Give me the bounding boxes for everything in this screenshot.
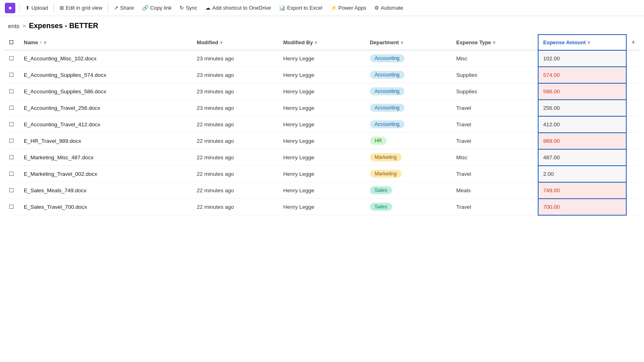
- file-name-cell[interactable]: E_Accounting_Travel_412.docx: [19, 116, 192, 133]
- checkbox-icon: ☐: [9, 56, 14, 62]
- automate-icon: ⚙: [374, 5, 379, 11]
- department-cell: Marketing: [365, 149, 452, 166]
- sync-button[interactable]: ↻ Sync: [176, 3, 200, 12]
- department-badge: Accounting: [370, 104, 405, 112]
- row-checkbox[interactable]: ☐: [4, 166, 19, 182]
- edit-grid-button[interactable]: ⊞ Edit in grid view: [56, 3, 105, 12]
- checkbox-icon: ☐: [9, 171, 14, 177]
- add-col-cell: [626, 133, 640, 149]
- modified-cell: 23 minutes ago: [192, 100, 279, 116]
- expense-amount-cell: 989.00: [538, 133, 626, 149]
- row-checkbox[interactable]: ☐: [4, 67, 19, 83]
- copy-link-button[interactable]: 🔗 Copy link: [139, 3, 175, 12]
- file-name-cell[interactable]: E_Sales_Meals_749.docx: [19, 182, 192, 199]
- file-name-cell[interactable]: E_Marketing_Misc_487.docx: [19, 149, 192, 166]
- expense-type-filter-icon[interactable]: ∨: [493, 40, 495, 45]
- upload-button[interactable]: ⬆ Upload: [22, 3, 51, 12]
- department-badge: Accounting: [370, 120, 405, 128]
- col-header-department[interactable]: Department ∨: [365, 35, 452, 50]
- col-header-expense-amount[interactable]: Expense Amount ∨: [538, 35, 626, 50]
- file-name-cell[interactable]: E_HR_Travel_989.docx: [19, 133, 192, 149]
- modified-by-cell: Henry Legge: [279, 83, 365, 100]
- expense-amount-cell: 700.00: [538, 199, 626, 215]
- table-row[interactable]: ☐E_Sales_Travel_700.docx22 minutes agoHe…: [4, 199, 640, 215]
- power-apps-button[interactable]: ⚡ Power Apps: [327, 3, 369, 12]
- expense-amount-cell: 2.00: [538, 166, 626, 182]
- department-cell: Accounting: [365, 100, 452, 116]
- table-row[interactable]: ☐E_Sales_Meals_749.docx22 minutes agoHen…: [4, 182, 640, 199]
- upload-icon: ⬆: [25, 5, 30, 11]
- add-column-button[interactable]: +: [626, 35, 640, 50]
- file-name-cell[interactable]: E_Accounting_Travel_256.docx: [19, 100, 192, 116]
- table-row[interactable]: ☐E_HR_Travel_989.docx22 minutes agoHenry…: [4, 133, 640, 149]
- header-checkbox-icon: ☐: [9, 39, 14, 45]
- row-checkbox[interactable]: ☐: [4, 149, 19, 166]
- expense-amount-filter-icon[interactable]: ∨: [587, 40, 590, 45]
- department-badge: Accounting: [370, 71, 405, 79]
- toolbar-divider-3: [108, 4, 108, 12]
- add-col-cell: [626, 149, 640, 166]
- expense-type-cell: Travel: [452, 133, 538, 149]
- expense-type-cell: Travel: [452, 100, 538, 116]
- department-cell: Accounting: [365, 67, 452, 83]
- department-cell: Accounting: [365, 116, 452, 133]
- department-badge: Sales: [370, 203, 392, 211]
- row-checkbox[interactable]: ☐: [4, 199, 19, 215]
- modified-cell: 23 minutes ago: [192, 50, 279, 67]
- col-header-modified-by[interactable]: Modified By ∨: [279, 35, 365, 50]
- name-filter-icon[interactable]: ∨: [43, 40, 46, 45]
- modified-by-filter-icon[interactable]: ∨: [314, 40, 317, 45]
- col-header-expense-type[interactable]: Expense Type ∨: [452, 35, 538, 50]
- col-header-modified[interactable]: Modified ∨: [192, 35, 279, 50]
- modified-by-cell: Henry Legge: [279, 100, 365, 116]
- table-row[interactable]: ☐E_Accounting_Travel_256.docx23 minutes …: [4, 100, 640, 116]
- table-row[interactable]: ☐E_Accounting_Travel_412.docx22 minutes …: [4, 116, 640, 133]
- table-row[interactable]: ☐E_Marketing_Travel_002.docx22 minutes a…: [4, 166, 640, 182]
- export-excel-button[interactable]: 📊 Export to Excel: [276, 3, 325, 12]
- file-name-cell[interactable]: E_Sales_Travel_700.docx: [19, 199, 192, 215]
- table-row[interactable]: ☐E_Accounting_Misc_102.docx23 minutes ag…: [4, 50, 640, 67]
- onedrive-icon: ☁: [205, 5, 211, 11]
- department-badge: Accounting: [370, 87, 405, 95]
- checkbox-icon: ☐: [9, 88, 14, 95]
- department-badge: Accounting: [370, 54, 405, 62]
- automate-button[interactable]: ⚙ Automate: [371, 3, 407, 12]
- department-cell: Sales: [365, 199, 452, 215]
- toolbar-divider-2: [54, 4, 54, 12]
- expense-type-cell: Supplies: [452, 67, 538, 83]
- add-col-cell: [626, 83, 640, 100]
- row-checkbox[interactable]: ☐: [4, 182, 19, 199]
- modified-cell: 23 minutes ago: [192, 83, 279, 100]
- share-button[interactable]: ↗ Share: [111, 3, 137, 12]
- row-checkbox[interactable]: ☐: [4, 116, 19, 133]
- app-icon: ■: [5, 3, 15, 13]
- col-header-name[interactable]: Name ↑ ∨: [19, 35, 192, 50]
- file-name-cell[interactable]: E_Marketing_Travel_002.docx: [19, 166, 192, 182]
- file-name-cell[interactable]: E_Accounting_Supplies_586.docx: [19, 83, 192, 100]
- row-checkbox[interactable]: ☐: [4, 133, 19, 149]
- table-header: ☐ Name ↑ ∨ Modified ∨: [4, 35, 640, 50]
- breadcrumb-parent[interactable]: ents: [8, 23, 19, 29]
- table-row[interactable]: ☐E_Accounting_Supplies_586.docx23 minute…: [4, 83, 640, 100]
- breadcrumb: ents > Expenses - BETTER: [0, 16, 644, 34]
- row-checkbox[interactable]: ☐: [4, 50, 19, 67]
- toolbar: ■ ⬆ Upload ⊞ Edit in grid view ↗ Share 🔗…: [0, 0, 644, 16]
- table-row[interactable]: ☐E_Accounting_Supplies_574.docx23 minute…: [4, 67, 640, 83]
- file-name-cell[interactable]: E_Accounting_Supplies_574.docx: [19, 67, 192, 83]
- add-shortcut-button[interactable]: ☁ Add shortcut to OneDrive: [202, 3, 274, 12]
- department-filter-icon[interactable]: ∨: [400, 40, 403, 45]
- checkbox-icon: ☐: [9, 154, 14, 160]
- row-checkbox[interactable]: ☐: [4, 83, 19, 100]
- checkbox-col-header: ☐: [4, 35, 19, 50]
- row-checkbox[interactable]: ☐: [4, 100, 19, 116]
- checkbox-icon: ☐: [9, 121, 14, 128]
- expense-type-cell: Travel: [452, 166, 538, 182]
- expense-amount-cell: 102.00: [538, 50, 626, 67]
- sort-asc-icon: ↑: [39, 40, 42, 45]
- file-name-cell[interactable]: E_Accounting_Misc_102.docx: [19, 50, 192, 67]
- modified-filter-icon[interactable]: ∨: [220, 40, 223, 45]
- expense-type-cell: Meals: [452, 182, 538, 199]
- department-badge: HR: [370, 137, 387, 145]
- table-row[interactable]: ☐E_Marketing_Misc_487.docx22 minutes ago…: [4, 149, 640, 166]
- department-badge: Marketing: [370, 153, 402, 161]
